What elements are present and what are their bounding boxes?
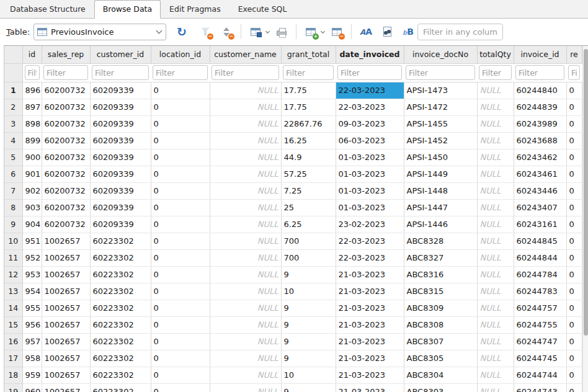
- cell-customer_id[interactable]: 60223302: [90, 249, 151, 266]
- cell-location_id[interactable]: 0: [151, 283, 210, 300]
- find-icon[interactable]: [380, 24, 394, 40]
- cell-invoice_id[interactable]: 60243688: [514, 132, 566, 149]
- cell-customer_id[interactable]: 60223302: [90, 300, 151, 316]
- cell-location_id[interactable]: 0: [151, 300, 210, 316]
- cell-date_invoiced[interactable]: 22-03-2023: [336, 99, 404, 115]
- cell-id[interactable]: 952: [22, 249, 42, 266]
- cell-invoice_docNo[interactable]: ABC8328: [404, 233, 477, 249]
- cell-totalQty[interactable]: NULL: [477, 199, 514, 216]
- insert-record-dropdown-chevron[interactable]: [319, 24, 325, 40]
- cell-re[interactable]: 0: [566, 132, 582, 149]
- cell-location_id[interactable]: 0: [151, 199, 210, 216]
- cell-invoice_id[interactable]: 60243161: [514, 216, 566, 233]
- clear-all-filters-icon[interactable]: −: [198, 24, 213, 40]
- cell-re[interactable]: 0: [566, 367, 582, 383]
- row-number[interactable]: 8: [4, 199, 22, 216]
- row-number[interactable]: 15: [4, 316, 22, 333]
- cell-re[interactable]: 0: [566, 115, 582, 132]
- cell-customer_name[interactable]: NULL: [210, 182, 281, 199]
- cell-sales_rep[interactable]: 60200732: [42, 166, 90, 182]
- cell-sales_rep[interactable]: 1002657: [42, 383, 90, 392]
- cell-re[interactable]: 0: [566, 182, 582, 199]
- cell-totalQty[interactable]: NULL: [477, 233, 514, 249]
- cell-invoice_docNo[interactable]: APSI-1447: [404, 199, 477, 216]
- cell-customer_name[interactable]: NULL: [210, 199, 281, 216]
- vertical-scrollbar[interactable]: [582, 46, 588, 392]
- cell-date_invoiced[interactable]: 21-03-2023: [336, 383, 404, 392]
- cell-location_id[interactable]: 0: [151, 82, 210, 99]
- cell-sales_rep[interactable]: 1002657: [42, 316, 90, 333]
- cell-id[interactable]: 951: [22, 233, 42, 249]
- cell-invoice_id[interactable]: 60244844: [514, 249, 566, 266]
- cell-date_invoiced[interactable]: 21-03-2023: [336, 333, 404, 350]
- column-header-customer_id[interactable]: customer_id: [90, 46, 151, 63]
- cell-re[interactable]: 0: [566, 149, 582, 166]
- cell-id[interactable]: 953: [22, 266, 42, 283]
- cell-sales_rep[interactable]: 1002657: [42, 300, 90, 316]
- cell-totalQty[interactable]: NULL: [477, 367, 514, 383]
- row-number[interactable]: 13: [4, 283, 22, 300]
- cell-invoice_id[interactable]: 60243461: [514, 166, 566, 182]
- cell-totalQty[interactable]: NULL: [477, 99, 514, 115]
- cell-sales_rep[interactable]: 1002657: [42, 333, 90, 350]
- cell-totalQty[interactable]: NULL: [477, 166, 514, 182]
- cell-re[interactable]: 0: [566, 199, 582, 216]
- row-number[interactable]: 3: [4, 115, 22, 132]
- cell-customer_name[interactable]: NULL: [210, 132, 281, 149]
- edit-display-format-icon[interactable]: AA: [359, 24, 373, 40]
- column-filter-input-re[interactable]: [568, 65, 580, 80]
- cell-totalQty[interactable]: NULL: [477, 82, 514, 99]
- cell-customer_name[interactable]: NULL: [210, 333, 281, 350]
- cell-location_id[interactable]: 0: [151, 115, 210, 132]
- column-filter-input-invoice_docNo[interactable]: [406, 65, 475, 80]
- cell-location_id[interactable]: 0: [151, 249, 210, 266]
- cell-invoice_id[interactable]: 60244839: [514, 99, 566, 115]
- chevron-down-icon[interactable]: [152, 24, 166, 40]
- cell-date_invoiced[interactable]: 23-02-2023: [336, 216, 404, 233]
- cell-re[interactable]: 0: [566, 333, 582, 350]
- cell-date_invoiced[interactable]: 21-03-2023: [336, 316, 404, 333]
- cell-grant_total[interactable]: 9: [281, 333, 336, 350]
- cell-location_id[interactable]: 0: [151, 132, 210, 149]
- column-filter-input-grant_total[interactable]: [283, 65, 334, 80]
- cell-invoice_docNo[interactable]: APSI-1449: [404, 166, 477, 182]
- cell-customer_name[interactable]: NULL: [210, 367, 281, 383]
- cell-sales_rep[interactable]: 60200732: [42, 132, 90, 149]
- cell-grant_total[interactable]: 10: [281, 283, 336, 300]
- cell-date_invoiced[interactable]: 21-03-2023: [336, 266, 404, 283]
- cell-invoice_id[interactable]: 60244783: [514, 283, 566, 300]
- cell-totalQty[interactable]: NULL: [477, 149, 514, 166]
- cell-id[interactable]: 897: [22, 99, 42, 115]
- cell-invoice_docNo[interactable]: APSI-1452: [404, 132, 477, 149]
- cell-location_id[interactable]: 0: [151, 216, 210, 233]
- insert-record-icon[interactable]: +: [303, 24, 318, 40]
- cell-id[interactable]: 900: [22, 149, 42, 166]
- refresh-icon[interactable]: ↻: [174, 24, 189, 40]
- column-filter-input-totalQty[interactable]: [479, 65, 512, 80]
- cell-date_invoiced[interactable]: 22-03-2023: [336, 249, 404, 266]
- column-header-grant_total[interactable]: grant_total: [281, 46, 336, 63]
- column-header-invoice_docNo[interactable]: invoice_docNo: [404, 46, 477, 63]
- column-header-sales_rep[interactable]: sales_rep: [42, 46, 90, 63]
- cell-sales_rep[interactable]: 1002657: [42, 283, 90, 300]
- cell-grant_total[interactable]: 7.25: [281, 182, 336, 199]
- cell-date_invoiced[interactable]: 01-03-2023: [336, 182, 404, 199]
- cell-date_invoiced[interactable]: 22-03-2023: [336, 82, 404, 99]
- cell-grant_total[interactable]: 25: [281, 199, 336, 216]
- cell-invoice_docNo[interactable]: APSI-1448: [404, 182, 477, 199]
- row-number[interactable]: 10: [4, 233, 22, 249]
- cell-invoice_docNo[interactable]: ABC8308: [404, 316, 477, 333]
- cell-re[interactable]: 0: [566, 316, 582, 333]
- cell-grant_total[interactable]: 700: [281, 233, 336, 249]
- delete-record-icon[interactable]: −: [329, 24, 344, 40]
- row-number[interactable]: 11: [4, 249, 22, 266]
- cell-customer_name[interactable]: NULL: [210, 249, 281, 266]
- cell-invoice_docNo[interactable]: APSI-1473: [404, 82, 477, 99]
- cell-invoice_docNo[interactable]: APSI-1472: [404, 99, 477, 115]
- cell-customer_name[interactable]: NULL: [210, 216, 281, 233]
- column-filter-input-id[interactable]: [25, 65, 40, 80]
- cell-location_id[interactable]: 0: [151, 149, 210, 166]
- scrollbar-thumb[interactable]: [584, 49, 588, 336]
- cell-invoice_docNo[interactable]: ABC8307: [404, 333, 477, 350]
- cell-customer_id[interactable]: 60209339: [90, 149, 151, 166]
